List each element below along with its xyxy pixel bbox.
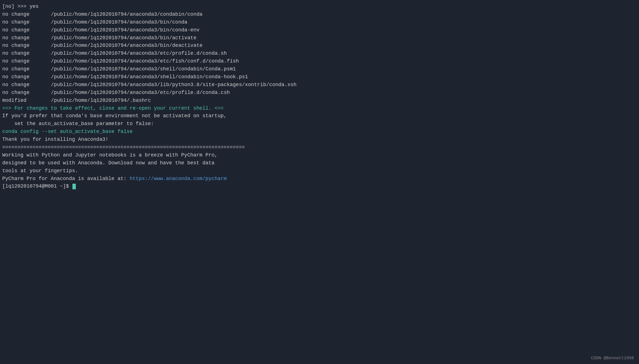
line-nc-4: no change /public/home/lq1202010794/anac… [2, 34, 637, 42]
line-cmd: conda config --set auto_activate_base fa… [2, 128, 637, 136]
line-arrow: ==> For changes to take effect, close an… [2, 105, 637, 112]
terminal-content: [no] >>> yesno change /public/home/lq120… [2, 3, 637, 190]
line-pycharm2: designed to be used with Anaconda. Downl… [2, 159, 637, 167]
line-info1: If you'd prefer that conda's base enviro… [2, 112, 637, 120]
terminal-cursor [72, 184, 76, 189]
terminal-window: [no] >>> yesno change /public/home/lq120… [0, 0, 639, 364]
line-nc-1: no change /public/home/lq1202010794/anac… [2, 11, 637, 19]
line-sep: ========================================… [2, 144, 637, 151]
line-nc-9: no change /public/home/lq1202010794/anac… [2, 73, 637, 81]
line-nc-5: no change /public/home/lq1202010794/anac… [2, 42, 637, 50]
watermark: CSDN @Bennett1998 [591, 356, 634, 361]
line-nc-6: no change /public/home/lq1202010794/anac… [2, 50, 637, 57]
line-nc-10: no change /public/home/lq1202010794/anac… [2, 81, 637, 89]
line-nc-11: no change /public/home/lq1202010794/anac… [2, 89, 637, 97]
line-nc-2: no change /public/home/lq1202010794/anac… [2, 19, 637, 26]
line-info2: set the auto_activate_base parameter to … [2, 120, 637, 128]
line-thanks: Thank you for installing Anaconda3! [2, 136, 637, 144]
line-pycharm1: Working with Python and Jupyter notebook… [2, 151, 637, 159]
line-nc-3: no change /public/home/lq1202010794/anac… [2, 26, 637, 34]
line-prompt-yes: [no] >>> yes [2, 3, 637, 11]
line-mod: modified /public/home/lq1202010794/.bash… [2, 97, 637, 105]
line-shell: [lq1202010794@M001 ~]$ [2, 183, 637, 190]
line-nc-8: no change /public/home/lq1202010794/anac… [2, 65, 637, 73]
line-nc-7: no change /public/home/lq1202010794/anac… [2, 57, 637, 65]
line-url: PyCharm Pro for Anaconda is available at… [2, 175, 637, 183]
line-pycharm3: tools at your fingertips. [2, 167, 637, 175]
